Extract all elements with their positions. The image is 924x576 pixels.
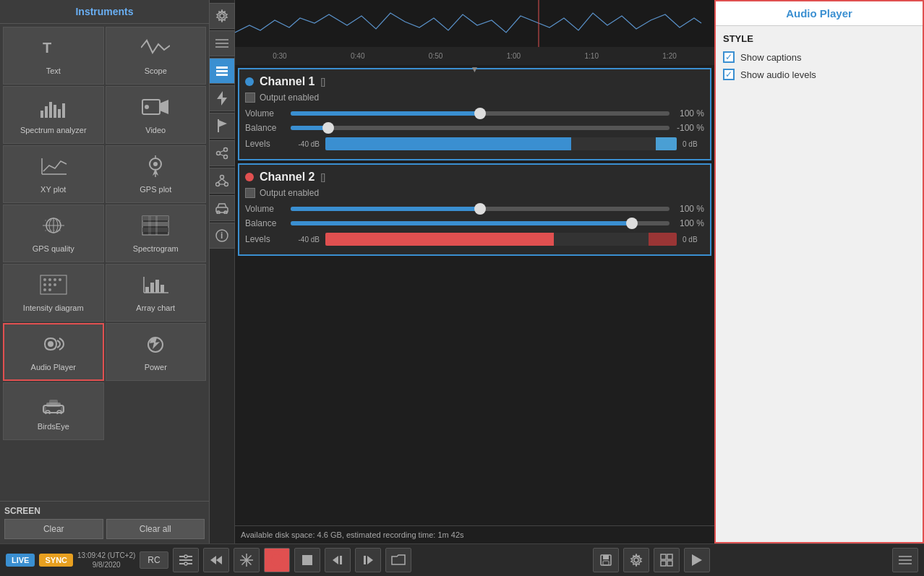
live-badge[interactable]: LIVE	[6, 554, 35, 567]
settings-gear-btn[interactable]	[623, 548, 649, 572]
channel-1-volume-slider[interactable]	[291, 111, 670, 116]
config-btn[interactable]	[654, 548, 680, 572]
prev-btn[interactable]	[325, 548, 351, 572]
channel-2-output-checkbox[interactable]	[245, 188, 255, 198]
save-btn[interactable]	[593, 548, 619, 572]
sidebar-item-array-chart[interactable]: Array chart	[106, 264, 207, 322]
text-icon: T	[39, 37, 68, 64]
svg-rect-4	[54, 105, 56, 118]
birdseye-icon	[39, 392, 68, 419]
scope-label: Scope	[145, 66, 167, 75]
channel-2-balance-label: Balance	[245, 218, 285, 228]
stop-btn[interactable]	[294, 548, 320, 572]
svg-rect-1	[40, 111, 43, 118]
svg-rect-59	[216, 74, 228, 76]
channel-1-balance-slider[interactable]	[291, 126, 670, 130]
app-container: Instruments T Text Sco	[0, 0, 924, 576]
play-btn[interactable]	[684, 548, 710, 572]
toolbar-car-btn[interactable]	[209, 195, 235, 221]
channel-1-volume-value: 100 %	[675, 108, 704, 119]
sidebar-item-spectrogram[interactable]: Spectrogram	[106, 205, 207, 262]
snowflake-btn[interactable]	[234, 548, 260, 572]
channel-2-volume-slider[interactable]	[291, 207, 670, 211]
svg-point-53	[220, 14, 224, 18]
show-captions-checkbox[interactable]: ✓	[723, 51, 735, 63]
toolbar-lightning-btn[interactable]	[209, 85, 235, 111]
channel-2-levels-row: Levels -40 dB 0 dB	[245, 233, 704, 246]
right-panel-content: STYLE ✓ Show captions ✓ Show audio level…	[716, 26, 923, 542]
svg-rect-74	[216, 207, 228, 212]
svg-rect-42	[150, 283, 154, 293]
svg-rect-99	[364, 556, 366, 564]
toolbar-network-btn[interactable]	[209, 168, 235, 194]
svg-marker-60	[217, 91, 227, 106]
next-btn[interactable]	[355, 548, 381, 572]
svg-point-9	[145, 105, 149, 109]
sidebar-item-birdseye[interactable]: BirdsEye	[3, 382, 104, 440]
xy-plot-icon	[39, 155, 68, 182]
sidebar-item-video[interactable]: Video	[106, 86, 207, 144]
toolbar-settings-btn[interactable]	[209, 3, 235, 29]
channel-2-balance-value: 100 %	[675, 218, 704, 228]
channel-1-output-checkbox[interactable]	[245, 93, 255, 103]
sidebar-item-gps-plot[interactable]: GPS plot	[106, 145, 207, 203]
sidebar-item-scope[interactable]: Scope	[106, 27, 207, 85]
record-btn[interactable]	[264, 548, 290, 572]
rewind-btn[interactable]	[203, 548, 229, 572]
clear-button[interactable]: Clear	[4, 519, 103, 539]
sidebar-item-intensity-diagram[interactable]: Intensity diagram	[3, 264, 104, 322]
sidebar-item-xy-plot[interactable]: XY plot	[3, 145, 104, 203]
channel-2-title: Channel 2	[260, 171, 315, 184]
channel-2-levels-left: -40 dB	[291, 236, 320, 244]
toolbar-channels-btn[interactable]	[209, 58, 235, 84]
rc-button[interactable]: RC	[140, 551, 168, 569]
svg-point-69	[216, 183, 220, 186]
channel-2-volume-value: 100 %	[675, 204, 704, 214]
channel-2-balance-slider[interactable]	[291, 221, 670, 225]
timeline-area: 0:30 0:40 0:50 1:00 1:10 1:20 ▼	[235, 0, 714, 65]
sidebar-item-gps-quality[interactable]: GPS quality	[3, 205, 104, 262]
clear-all-button[interactable]: Clear all	[106, 519, 205, 539]
svg-rect-52	[61, 407, 64, 411]
svg-point-94	[271, 554, 283, 566]
gps-plot-icon	[141, 155, 170, 182]
channel-1-indicator	[245, 77, 254, 86]
svg-rect-5	[58, 109, 61, 118]
svg-point-38	[48, 288, 51, 291]
array-chart-icon	[141, 274, 170, 301]
sync-badge[interactable]: SYNC	[39, 554, 73, 567]
svg-marker-8	[160, 100, 168, 114]
svg-rect-107	[667, 561, 672, 566]
toolbar-share-btn[interactable]	[209, 140, 235, 166]
show-audio-levels-checkbox[interactable]: ✓	[723, 69, 735, 80]
sidebar-item-audio-player[interactable]: Audio Player	[3, 323, 104, 381]
toolbar-info-btn[interactable]: i	[209, 223, 235, 249]
timeline-ruler: 0:30 0:40 0:50 1:00 1:10 1:20	[235, 47, 714, 65]
svg-point-70	[225, 183, 228, 186]
toolbar-list-btn[interactable]	[209, 30, 235, 56]
channel-1-output-row: Output enabled	[245, 93, 704, 103]
svg-point-31	[48, 278, 51, 281]
svg-marker-89	[216, 556, 222, 564]
svg-text:i: i	[221, 231, 223, 241]
svg-point-33	[59, 278, 61, 281]
audio-player-label: Audio Player	[31, 363, 76, 371]
intensity-diagram-icon	[39, 274, 68, 301]
main-row: Instruments T Text Sco	[0, 0, 924, 543]
time-display: 13:09:42 (UTC+2) 9/8/2020	[77, 551, 135, 569]
ruler-mark-4: 1:10	[552, 52, 630, 60]
sidebar-item-text[interactable]: T Text	[3, 27, 104, 85]
sidebar-item-spectrum-analyzer[interactable]: Spectrum analyzer	[3, 86, 104, 144]
channel-icon-btn[interactable]	[173, 548, 199, 572]
toolbar-flag-btn[interactable]	[209, 113, 235, 139]
svg-point-65	[217, 152, 221, 155]
menu-btn[interactable]	[892, 548, 918, 572]
spectrum-analyzer-icon	[39, 96, 68, 123]
svg-rect-6	[62, 103, 65, 118]
sidebar-item-power[interactable]: Power	[106, 323, 207, 381]
show-audio-levels-text: Show audio levels	[740, 69, 816, 80]
folder-btn[interactable]	[385, 548, 411, 572]
svg-rect-101	[603, 555, 609, 559]
channel-1-balance-label: Balance	[245, 123, 285, 133]
sidebar-title: Instruments	[0, 0, 209, 24]
